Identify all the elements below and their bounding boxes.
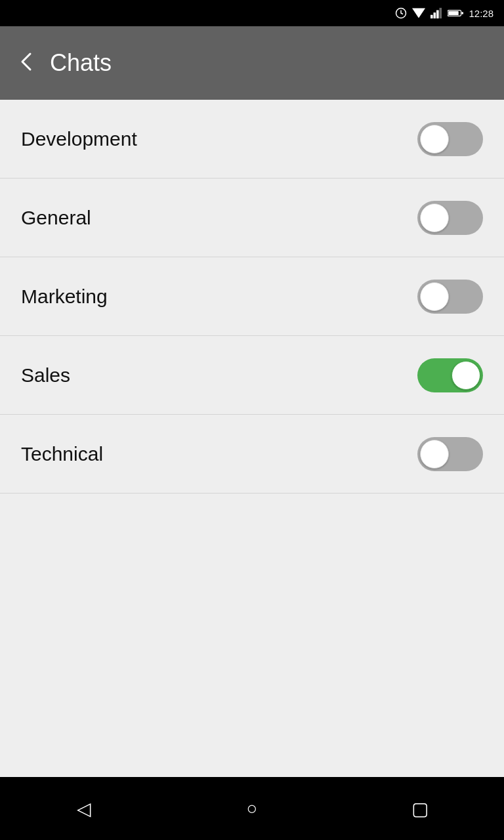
bottom-nav: ◁ ○ ▢ [0,777,504,840]
status-icons: 12:28 [395,7,494,19]
list-item-sales: Sales [0,336,504,415]
back-nav-button[interactable]: ◁ [64,789,104,828]
home-nav-button[interactable]: ○ [232,789,272,828]
back-button[interactable] [16,51,37,75]
svg-rect-3 [434,12,436,18]
svg-rect-5 [440,8,442,18]
status-time: 12:28 [469,8,494,19]
recent-nav-button[interactable]: ▢ [400,789,440,828]
top-bar: Chats [0,26,504,100]
toggle-development[interactable] [417,122,483,156]
svg-rect-7 [462,12,464,14]
clock-icon [395,7,407,19]
toggle-technical[interactable] [417,437,483,471]
label-sales: Sales [21,364,70,387]
svg-rect-2 [430,15,433,18]
wifi-icon [412,7,425,19]
label-technical: Technical [21,443,103,465]
list-item-technical: Technical [0,415,504,494]
svg-rect-4 [436,10,439,19]
chats-list: DevelopmentGeneralMarketingSalesTechnica… [0,100,504,777]
list-item-marketing: Marketing [0,257,504,336]
toggle-marketing[interactable] [417,280,483,314]
list-item-general: General [0,178,504,257]
label-development: Development [21,128,137,150]
toggle-sales[interactable] [417,358,483,392]
status-bar: 12:28 [0,0,504,26]
label-marketing: Marketing [21,285,108,308]
battery-icon [448,9,463,18]
svg-marker-1 [412,9,425,18]
toggle-general[interactable] [417,201,483,235]
svg-rect-8 [449,11,459,15]
page-title: Chats [50,49,112,77]
signal-icon [430,7,442,19]
list-item-development: Development [0,100,504,178]
label-general: General [21,207,91,229]
